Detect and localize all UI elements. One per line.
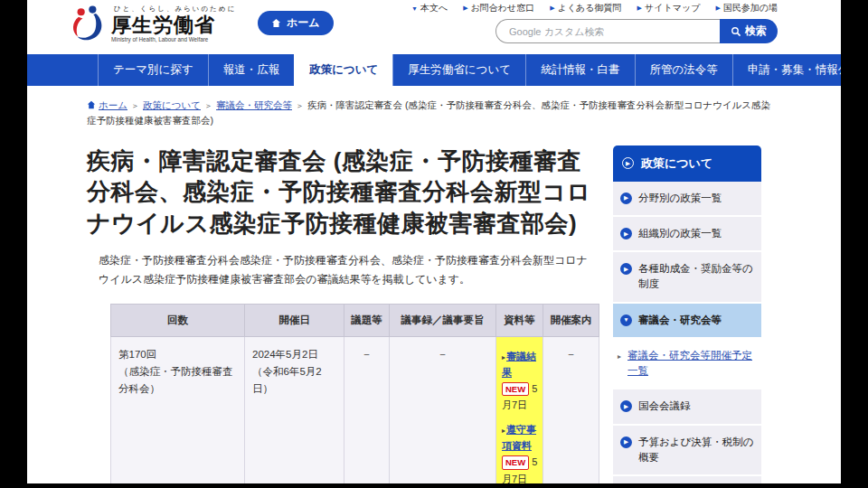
link-arrow-icon: ▸ [618, 352, 621, 362]
material-entry: ▸審議結果 NEW5月7日 [502, 348, 539, 414]
play-circle-icon: ▶ [620, 263, 632, 275]
nav-item-laws[interactable]: 所管の法令等 [635, 54, 732, 86]
link-faq[interactable]: ▶よくある御質問 [550, 2, 621, 14]
link-to-main-content[interactable]: ▼本文へ [411, 2, 448, 14]
sidebar-item-council-schedule[interactable]: ▸ 審議会・研究会等開催予定一覧 [613, 339, 761, 390]
sidebar-item-budget[interactable]: ▶ 予算および決算・税制の概要 [613, 426, 761, 477]
sidebar-title-policy[interactable]: ▶ 政策について [613, 145, 761, 182]
col-header-date: 開催日 [245, 304, 344, 336]
nav-item-themes[interactable]: テーマ別に探す [98, 54, 208, 86]
mhlw-logo[interactable]: ひと、くらし、みらいのために 厚生労働省 Ministry of Health,… [69, 5, 236, 42]
global-nav: テーマ別に探す 報道・広報 政策について 厚生労働省について 統計情報・白書 所… [27, 54, 841, 86]
right-arrow-icon: ▶ [637, 5, 642, 12]
cell-materials: ▸審議結果 NEW5月7日 ▸遵守事項資料 NEW5月7日 [496, 336, 543, 483]
page-title: 疾病・障害認定審査会 (感染症・予防接種審査分科会、感染症・予防接種審査分科会新… [87, 145, 599, 239]
new-badge: NEW [502, 455, 529, 469]
col-header-minutes: 議事録／議事要旨 [390, 304, 496, 336]
right-arrow-icon: ▶ [550, 5, 554, 12]
cell-minutes: − [390, 336, 496, 483]
nav-item-press[interactable]: 報道・広報 [208, 54, 295, 86]
breadcrumb: ホーム＞政策について＞審議会・研究会等＞疾病・障害認定審査会 (感染症・予防接種… [87, 98, 778, 129]
link-contact[interactable]: ▶お問合わせ窓口 [463, 2, 534, 14]
sidebar-item-diet-records[interactable]: ▶ 国会会議録 [613, 389, 761, 425]
cell-round: 第170回 （感染症・予防接種審査分科会） [111, 336, 245, 483]
sidebar-item-subsidies[interactable]: ▶ 各種助成金・奨励金等の制度 [613, 252, 761, 304]
page-description: 感染症・予防接種審査分科会感染症・予防接種審査分科会、感染症・予防接種審査分科会… [99, 251, 598, 288]
utility-links: ▼本文へ ▶お問合わせ窓口 ▶よくある御質問 ▶サイトマップ ▶国民参加の場 [411, 2, 778, 14]
cell-date: 2024年5月2日 （令和6年5月2日） [245, 336, 344, 483]
material-entry: ▸遵守事項資料 NEW5月7日 [502, 421, 539, 483]
cell-announcement: − [543, 336, 599, 483]
search-icon [731, 26, 741, 37]
link-deliberation-results[interactable]: 審議結果 [502, 351, 536, 378]
main-column: 疾病・障害認定審査会 (感染症・予防接種審査分科会、感染症・予防接種審査分科会新… [87, 145, 599, 483]
site-header: ひと、くらし、みらいのために 厚生労働省 Ministry of Health,… [27, 0, 841, 54]
play-circle-icon: ▶ [620, 400, 632, 412]
site-search: 検索 [495, 19, 778, 43]
down-arrow-icon: ▼ [411, 5, 418, 12]
meeting-results-table: 回数 開催日 議題等 議事録／議事要旨 資料等 開催案内 第170回 （感染症・… [110, 304, 599, 483]
nav-item-applications[interactable]: 申請・募集・情報公開 [732, 54, 841, 86]
nav-item-statistics[interactable]: 統計情報・白書 [525, 54, 635, 86]
home-icon [87, 100, 96, 109]
search-input[interactable] [495, 19, 720, 43]
org-name-english: Ministry of Health, Labour and Welfare [111, 36, 236, 42]
link-arrow-icon: ▸ [502, 427, 505, 435]
search-button[interactable]: 検索 [720, 19, 778, 43]
col-header-round: 回数 [111, 304, 245, 336]
breadcrumb-home[interactable]: ホーム [99, 99, 127, 110]
play-circle-icon: ▶ [620, 436, 632, 448]
sidebar-item-policy-evaluation[interactable]: ▶ 政策評価・独法評価 [613, 476, 761, 483]
col-header-announcement: 開催案内 [543, 304, 599, 336]
content-area: 疾病・障害認定審査会 (感染症・予防接種審査分科会、感染症・予防接種審査分科会新… [87, 145, 841, 483]
new-badge: NEW [502, 382, 529, 396]
right-arrow-icon: ▶ [715, 5, 720, 12]
link-public-participation[interactable]: ▶国民参加の場 [715, 2, 778, 14]
cell-agenda: − [344, 336, 390, 483]
logo-tagline: ひと、くらし、みらいのために [114, 5, 236, 14]
sidebar-item-councils[interactable]: ▼ 審議会・研究会等 [613, 304, 761, 339]
link-sitemap[interactable]: ▶サイトマップ [637, 2, 701, 14]
link-compliance-materials[interactable]: 遵守事項資料 [502, 424, 536, 451]
org-name: 厚生労働省 [111, 14, 236, 35]
right-arrow-icon: ▶ [463, 5, 467, 12]
play-circle-icon: ▶ [620, 192, 632, 204]
link-arrow-icon: ▸ [502, 353, 505, 361]
col-header-agenda: 議題等 [344, 304, 390, 336]
home-button[interactable]: ホーム [258, 11, 334, 35]
home-icon [271, 18, 281, 28]
breadcrumb-policy[interactable]: 政策について [143, 99, 201, 110]
nav-item-about-mhlw[interactable]: 厚生労働省について [392, 54, 525, 86]
col-header-materials: 資料等 [496, 304, 543, 336]
play-circle-icon: ▶ [622, 157, 634, 169]
browser-page: ひと、くらし、みらいのために 厚生労働省 Ministry of Health,… [27, 0, 841, 483]
table-row: 第170回 （感染症・予防接種審査分科会） 2024年5月2日 （令和6年5月2… [111, 336, 599, 483]
chevron-down-circle-icon: ▼ [620, 314, 632, 326]
breadcrumb-councils[interactable]: 審議会・研究会等 [216, 99, 292, 110]
table-header-row: 回数 開催日 議題等 議事録／議事要旨 資料等 開催案内 [111, 304, 599, 336]
policy-sidebar: ▶ 政策について ▶ 分野別の政策一覧 ▶ 組織別の政策一覧 ▶ 各種助成金・奨… [613, 145, 761, 483]
sidebar-item-policy-by-org[interactable]: ▶ 組織別の政策一覧 [613, 217, 761, 252]
nav-item-policy[interactable]: 政策について [294, 54, 392, 86]
play-circle-icon: ▶ [620, 228, 632, 239]
sidebar-item-policy-by-field[interactable]: ▶ 分野別の政策一覧 [613, 182, 761, 217]
mhlw-emblem-icon [69, 5, 105, 42]
